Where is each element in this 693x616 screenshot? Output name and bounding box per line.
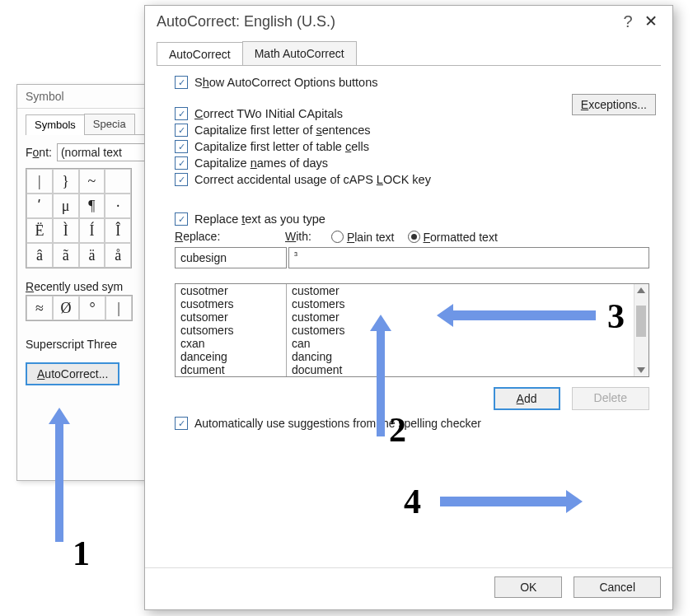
with-label: With: xyxy=(285,230,311,243)
replace-input[interactable]: cubesign xyxy=(175,247,287,268)
font-label: Font: xyxy=(26,146,52,159)
checkbox-icon xyxy=(175,417,188,430)
annotation-number-1: 1 xyxy=(73,534,90,573)
list-item[interactable]: dcumentdocument xyxy=(176,363,634,376)
checkbox-icon xyxy=(175,76,188,89)
char-cell[interactable]: Í xyxy=(79,218,105,243)
annotation-number-3: 3 xyxy=(607,296,625,336)
formatted-text-radio[interactable]: Formatted text xyxy=(408,229,498,244)
char-cell[interactable]: ä xyxy=(79,243,105,268)
dialog-titlebar: AutoCorrect: English (U.S.) ? xyxy=(145,6,672,40)
capitalize-days-checkbox[interactable]: Capitalize names of days xyxy=(175,156,661,170)
recent-cell[interactable]: Ø xyxy=(53,296,79,320)
help-icon[interactable]: ? xyxy=(616,12,639,31)
char-cell[interactable]: · xyxy=(105,194,131,218)
list-item[interactable]: cusotmercustomer xyxy=(176,284,634,297)
checkbox-icon xyxy=(175,124,188,137)
char-cell[interactable]: Ì xyxy=(53,218,79,243)
show-options-checkbox[interactable]: Show AutoCorrect Options buttons xyxy=(175,76,661,89)
tab-math-autocorrect[interactable]: Math AutoCorrect xyxy=(242,41,357,65)
character-grid[interactable]: | } ~ ʹ μ ¶ · Ё Ì Í Î â ã ä å xyxy=(26,168,132,268)
annotation-arrow-4 xyxy=(440,497,568,506)
close-icon[interactable] xyxy=(639,12,663,31)
annotation-arrow-2 xyxy=(377,329,385,436)
annotation-number-4: 4 xyxy=(404,482,421,521)
char-cell[interactable]: â xyxy=(26,243,53,268)
char-cell[interactable]: ¶ xyxy=(79,194,105,218)
checkbox-icon xyxy=(175,140,188,153)
recent-cell[interactable]: | xyxy=(105,296,132,320)
list-scrollbar[interactable] xyxy=(634,284,649,376)
char-cell[interactable] xyxy=(105,169,131,194)
tab-symbols[interactable]: Symbols xyxy=(26,114,85,135)
autocorrect-list[interactable]: cusotmercustomer cusotmerscustomers cuts… xyxy=(175,283,649,377)
recent-grid[interactable]: ≈ Ø ° | xyxy=(26,295,133,321)
list-item[interactable]: cusotmerscustomers xyxy=(176,297,634,310)
char-cell[interactable]: | xyxy=(26,169,53,194)
recent-cell[interactable]: ≈ xyxy=(26,296,53,320)
scroll-thumb[interactable] xyxy=(636,306,646,337)
scroll-down-icon[interactable] xyxy=(637,367,645,373)
checkbox-icon xyxy=(175,156,188,170)
annotation-number-2: 2 xyxy=(389,410,406,450)
capitalize-table-cells-checkbox[interactable]: Capitalize first letter of table cells xyxy=(175,140,661,153)
char-cell[interactable]: ~ xyxy=(79,169,105,194)
char-cell[interactable]: μ xyxy=(53,194,79,218)
annotation-arrow-1 xyxy=(55,422,63,542)
char-cell[interactable]: } xyxy=(53,169,79,194)
dialog-footer: OK Cancel xyxy=(145,567,672,609)
char-cell[interactable]: ã xyxy=(53,243,79,268)
char-cell[interactable]: Î xyxy=(105,218,131,243)
tab-autocorrect[interactable]: AutoCorrect xyxy=(157,42,243,66)
checkbox-icon xyxy=(175,173,188,186)
dialog-title: AutoCorrect: English (U.S.) xyxy=(157,13,616,30)
capitalize-sentences-checkbox[interactable]: Capitalize first letter of sentences xyxy=(175,124,661,137)
annotation-arrow-3 xyxy=(452,310,596,320)
checkbox-icon xyxy=(175,212,188,226)
replace-label: Replace: xyxy=(175,230,265,243)
scroll-up-icon[interactable] xyxy=(637,287,645,293)
exceptions-button[interactable]: Exceptions... xyxy=(572,94,656,115)
checkbox-icon xyxy=(175,107,188,120)
ok-button[interactable]: OK xyxy=(494,576,562,598)
delete-button: Delete xyxy=(572,387,649,410)
with-input[interactable]: ³ xyxy=(288,247,649,268)
list-item[interactable]: danceingdancing xyxy=(176,350,634,363)
char-cell[interactable]: å xyxy=(105,243,131,268)
list-item[interactable]: cutsomerscustomers xyxy=(176,324,634,337)
list-item[interactable]: cxancan xyxy=(176,337,634,350)
recent-cell[interactable]: ° xyxy=(79,296,105,320)
ac-tabs: AutoCorrect Math AutoCorrect xyxy=(145,40,672,65)
replace-text-checkbox[interactable]: Replace text as you type xyxy=(175,212,661,226)
char-cell[interactable]: ʹ xyxy=(26,194,53,218)
cancel-button[interactable]: Cancel xyxy=(574,576,661,598)
correct-caps-lock-checkbox[interactable]: Correct accidental usage of cAPS LOCK ke… xyxy=(175,173,661,186)
plain-text-radio[interactable]: Plain text xyxy=(331,229,395,244)
auto-suggest-checkbox[interactable]: Automatically use suggestions from the s… xyxy=(175,417,661,430)
add-button[interactable]: Add xyxy=(494,387,560,410)
autocorrect-button[interactable]: AutoCorrect... xyxy=(26,362,119,385)
char-cell[interactable]: Ё xyxy=(26,218,53,243)
tab-special-characters[interactable]: Specia xyxy=(84,114,135,134)
